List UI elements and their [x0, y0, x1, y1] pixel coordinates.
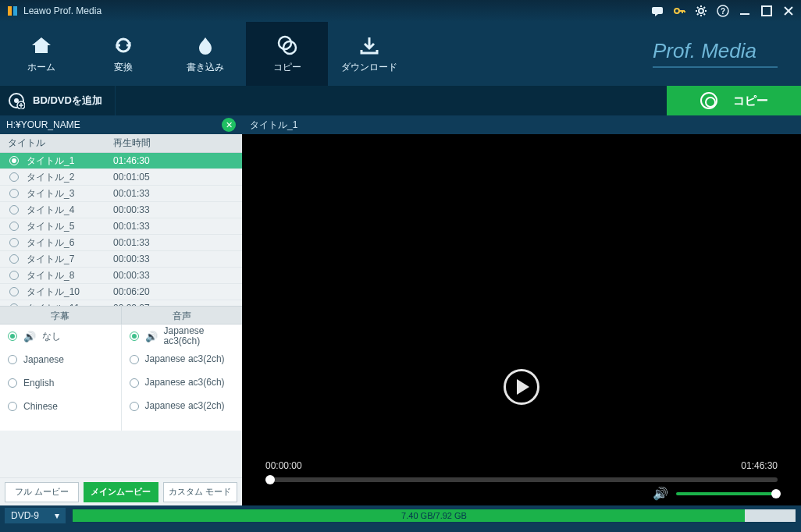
- svg-rect-0: [8, 6, 12, 16]
- status-bar: 1 ファイル/11 ファイル: [0, 526, 801, 532]
- main-area: H:¥YOUR_NAME ✕ タイトル 再生時間 タイトル_101:46:30タ…: [0, 115, 801, 505]
- subtitle-row[interactable]: English: [0, 371, 121, 395]
- title-radio[interactable]: [9, 254, 19, 264]
- left-pane: H:¥YOUR_NAME ✕ タイトル 再生時間 タイトル_101:46:30タ…: [0, 115, 242, 505]
- track-header: 字幕 音声: [0, 306, 242, 325]
- help-icon[interactable]: ?: [717, 5, 729, 17]
- time-total: 01:46:30: [741, 460, 778, 471]
- subtitle-row[interactable]: Chinese: [0, 395, 121, 418]
- add-disc-button[interactable]: BD/DVDを追加: [0, 86, 116, 115]
- burn-icon: [194, 34, 216, 56]
- title-name: タイトル_2: [27, 171, 113, 184]
- custom-mode-button[interactable]: カスタム モード: [163, 482, 237, 502]
- title-name: タイトル_3: [27, 187, 113, 200]
- close-icon[interactable]: [782, 5, 795, 17]
- title-name: タイトル_4: [27, 204, 113, 217]
- add-disc-label: BD/DVDを追加: [33, 94, 102, 108]
- title-radio[interactable]: [9, 189, 19, 198]
- audio-row[interactable]: Japanese ac3(2ch): [122, 348, 243, 371]
- title-row[interactable]: タイトル_200:01:05: [0, 169, 242, 186]
- volume-bar[interactable]: [676, 492, 778, 495]
- title-row[interactable]: タイトル_800:00:33: [0, 268, 242, 284]
- tab-home[interactable]: ホーム: [0, 22, 82, 86]
- subtitle-header: 字幕: [0, 307, 122, 324]
- title-radio[interactable]: [9, 205, 19, 215]
- title-duration: 00:01:05: [113, 172, 242, 183]
- title-radio[interactable]: [9, 287, 19, 296]
- disc-type-select[interactable]: DVD-9 ▾: [5, 508, 66, 523]
- source-close-button[interactable]: ✕: [222, 118, 236, 132]
- app-title: Leawo Prof. Media: [23, 5, 651, 16]
- title-row[interactable]: タイトル_1100:22:27: [0, 300, 242, 306]
- title-radio[interactable]: [9, 303, 19, 306]
- audio-row[interactable]: Japanese ac3(6ch): [122, 371, 243, 395]
- title-row[interactable]: タイトル_1000:06:20: [0, 284, 242, 300]
- seek-knob[interactable]: [265, 475, 275, 484]
- subtitle-list: 🔊なしJapaneseEnglishChinese: [0, 325, 122, 431]
- copy-button[interactable]: コピー: [667, 86, 801, 115]
- preview-area: 00:00:00 01:46:30 🔊: [242, 134, 801, 505]
- subtitle-label: なし: [42, 330, 61, 343]
- title-radio[interactable]: [9, 156, 19, 165]
- title-radio[interactable]: [9, 238, 19, 247]
- title-duration: 00:00:33: [113, 270, 242, 281]
- subtitle-radio[interactable]: [8, 378, 17, 388]
- main-tabs: ホーム 変換 書き込み コピー ダウンロード Prof. Media: [0, 22, 801, 86]
- subtitle-row[interactable]: 🔊なし: [0, 325, 121, 348]
- full-movie-button[interactable]: フル ムービー: [5, 482, 79, 502]
- audio-radio[interactable]: [130, 378, 139, 388]
- seek-bar[interactable]: [265, 477, 778, 482]
- settings-icon[interactable]: [695, 5, 707, 17]
- title-duration: 00:01:33: [113, 237, 242, 248]
- size-progress: 7.40 GB/7.92 GB: [72, 509, 796, 523]
- tab-copy-label: コピー: [273, 61, 301, 74]
- message-icon[interactable]: [651, 5, 664, 17]
- audio-radio[interactable]: [130, 332, 139, 341]
- title-row[interactable]: タイトル_101:46:30: [0, 153, 242, 169]
- audio-radio[interactable]: [130, 402, 139, 411]
- subtitle-label: English: [23, 378, 54, 388]
- minimize-icon[interactable]: [739, 5, 751, 17]
- play-button[interactable]: [504, 369, 539, 405]
- tab-download-label: ダウンロード: [341, 61, 397, 74]
- maximize-icon[interactable]: [760, 5, 773, 17]
- title-duration: 00:00:33: [113, 254, 242, 264]
- main-movie-button[interactable]: メインムービー: [84, 482, 158, 502]
- subtitle-radio[interactable]: [8, 332, 17, 341]
- copy-button-icon: [700, 92, 717, 109]
- audio-row[interactable]: 🔊Japanese ac3(6ch): [122, 325, 243, 348]
- convert-icon: [112, 34, 134, 56]
- title-radio[interactable]: [9, 271, 19, 280]
- volume-knob[interactable]: [771, 489, 781, 498]
- volume-icon[interactable]: 🔊: [653, 486, 668, 501]
- speaker-icon: 🔊: [145, 331, 158, 342]
- title-radio[interactable]: [9, 222, 19, 231]
- subtitle-row[interactable]: Japanese: [0, 348, 121, 371]
- audio-label: Japanese ac3(2ch): [145, 354, 225, 364]
- svg-rect-7: [740, 13, 749, 15]
- tab-burn[interactable]: 書き込み: [164, 22, 246, 86]
- add-disc-icon: [8, 92, 25, 109]
- title-radio[interactable]: [9, 172, 19, 182]
- subtitle-radio[interactable]: [8, 402, 17, 411]
- tab-convert[interactable]: 変換: [82, 22, 164, 86]
- key-icon[interactable]: [673, 5, 685, 17]
- title-row[interactable]: タイトル_400:00:33: [0, 202, 242, 218]
- copy-button-label: コピー: [733, 94, 768, 108]
- title-row[interactable]: タイトル_600:01:33: [0, 235, 242, 251]
- bottom-bar: DVD-9 ▾ 7.40 GB/7.92 GB: [0, 505, 801, 526]
- audio-row[interactable]: Japanese ac3(2ch): [122, 395, 243, 418]
- title-duration: 00:01:33: [113, 221, 242, 232]
- tab-copy[interactable]: コピー: [246, 22, 328, 86]
- title-row[interactable]: タイトル_300:01:33: [0, 186, 242, 202]
- title-name: タイトル_10: [27, 286, 113, 299]
- size-label: 7.40 GB/7.92 GB: [401, 511, 467, 520]
- title-row[interactable]: タイトル_500:01:33: [0, 218, 242, 235]
- svg-rect-1: [13, 6, 17, 16]
- subtitle-radio[interactable]: [8, 355, 17, 364]
- title-row[interactable]: タイトル_700:00:33: [0, 251, 242, 268]
- audio-radio[interactable]: [130, 355, 139, 364]
- tab-download[interactable]: ダウンロード: [328, 22, 410, 86]
- header-title: タイトル: [0, 137, 113, 150]
- source-bar: H:¥YOUR_NAME ✕: [0, 115, 242, 134]
